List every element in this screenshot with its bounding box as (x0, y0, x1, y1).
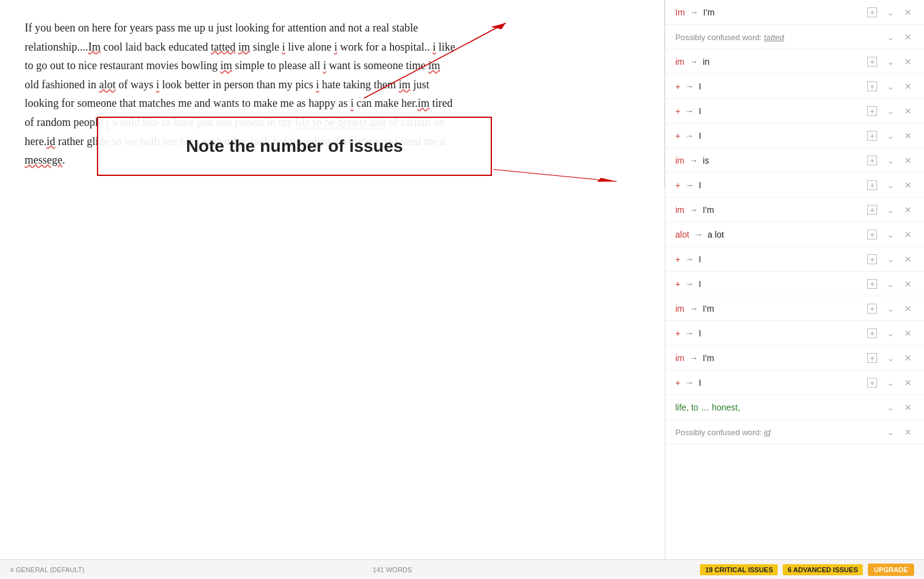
check-button[interactable]: ⌄ (884, 377, 897, 389)
old-word: im (675, 57, 685, 67)
correction-item-17[interactable]: life, to … honest, ⌄✕ (665, 395, 924, 420)
error-i5[interactable]: i (156, 78, 159, 91)
check-button[interactable]: ⌄ (884, 401, 897, 414)
error-tatted[interactable]: tatted (210, 41, 235, 53)
dismiss-button[interactable]: ✕ (902, 302, 914, 315)
add-button[interactable]: + (865, 6, 880, 19)
correction-item-4[interactable]: + → I +⌄✕ (665, 74, 924, 99)
svg-line-3 (493, 170, 617, 181)
correction-item-8[interactable]: + → I +⌄✕ (665, 173, 924, 198)
dismiss-button[interactable]: ✕ (902, 352, 914, 364)
add-button[interactable]: + (865, 80, 880, 93)
error-Im[interactable]: Im (88, 41, 101, 53)
error-im3[interactable]: im (428, 59, 440, 72)
upgrade-button[interactable]: UPGRADE (868, 564, 914, 576)
correction-item-11[interactable]: + → I +⌄✕ (665, 247, 924, 272)
add-button[interactable]: + (865, 327, 880, 339)
correction-actions: +⌄✕ (865, 228, 914, 241)
check-button[interactable]: ⌄ (884, 327, 897, 339)
correction-item-6[interactable]: + → I +⌄✕ (665, 123, 924, 148)
error-i7[interactable]: i (351, 97, 354, 109)
dismiss-button[interactable]: ✕ (902, 56, 914, 68)
dismiss-button[interactable]: ✕ (902, 179, 914, 191)
error-messege[interactable]: messege (25, 154, 62, 166)
dismiss-button[interactable]: ✕ (902, 426, 914, 438)
correction-item-2[interactable]: Possibly confused word: tatted ⌄✕ (665, 25, 924, 49)
correction-item-13[interactable]: im → I'm +⌄✕ (665, 296, 924, 321)
check-button[interactable]: ⌄ (884, 56, 897, 68)
check-button[interactable]: ⌄ (884, 154, 897, 167)
dismiss-button[interactable]: ✕ (902, 228, 914, 241)
correction-item-5[interactable]: + → I +⌄✕ (665, 99, 924, 123)
check-button[interactable]: ⌄ (884, 204, 897, 216)
add-button[interactable]: + (865, 105, 880, 117)
check-button[interactable]: ⌄ (884, 130, 897, 142)
add-button[interactable]: + (865, 154, 880, 167)
check-button[interactable]: ⌄ (884, 179, 897, 191)
add-button[interactable]: + (865, 56, 880, 68)
correction-text: + → I (675, 180, 865, 190)
dismiss-button[interactable]: ✕ (902, 6, 914, 19)
dismiss-button[interactable]: ✕ (902, 31, 914, 43)
check-button[interactable]: ⌄ (884, 426, 897, 438)
dismiss-button[interactable]: ✕ (902, 130, 914, 142)
check-button[interactable]: ⌄ (884, 105, 897, 117)
error-im5[interactable]: im (418, 97, 430, 109)
error-i2[interactable]: i (334, 41, 337, 53)
correction-item-12[interactable]: + → I +⌄✕ (665, 272, 924, 296)
add-button[interactable]: + (865, 179, 880, 191)
error-i6[interactable]: i (316, 78, 319, 91)
dismiss-button[interactable]: ✕ (902, 204, 914, 216)
dismiss-button[interactable]: ✕ (902, 105, 914, 117)
error-im1[interactable]: im (238, 41, 250, 53)
error-i1[interactable]: i (282, 41, 285, 53)
add-icon: + (867, 279, 877, 289)
correction-item-14[interactable]: + → I +⌄✕ (665, 321, 924, 346)
error-alot[interactable]: alot (99, 78, 115, 91)
dismiss-button[interactable]: ✕ (902, 253, 914, 265)
correction-actions: +⌄✕ (865, 377, 914, 389)
dismiss-button[interactable]: ✕ (902, 377, 914, 389)
correction-actions: +⌄✕ (865, 56, 914, 68)
check-button[interactable]: ⌄ (884, 302, 897, 315)
correction-text: alot → a lot (675, 230, 865, 240)
add-button[interactable]: + (865, 352, 880, 364)
add-button[interactable]: + (865, 228, 880, 241)
add-button[interactable]: + (865, 253, 880, 265)
add-icon: + (867, 156, 877, 165)
left-panel-wrapper: If you been on here for years pass me up… (0, 0, 665, 559)
add-button[interactable]: + (865, 204, 880, 216)
correction-item-3[interactable]: im → in +⌄✕ (665, 49, 924, 74)
add-button[interactable]: + (865, 130, 880, 142)
dismiss-button[interactable]: ✕ (902, 401, 914, 414)
correction-item-7[interactable]: im → is +⌄✕ (665, 148, 924, 173)
error-im4[interactable]: im (399, 78, 410, 91)
correction-item-10[interactable]: alot → a lot +⌄✕ (665, 222, 924, 247)
correction-item-15[interactable]: im → I'm +⌄✕ (665, 346, 924, 370)
new-word: I'm (703, 7, 714, 17)
correction-item-9[interactable]: im → I'm +⌄✕ (665, 198, 924, 222)
check-button[interactable]: ⌄ (884, 352, 897, 364)
check-button[interactable]: ⌄ (884, 228, 897, 241)
dismiss-button[interactable]: ✕ (902, 278, 914, 290)
error-i3[interactable]: i (433, 41, 436, 53)
correction-item-18[interactable]: Possibly confused word: id ⌄✕ (665, 420, 924, 444)
error-id[interactable]: id (46, 135, 55, 148)
check-button[interactable]: ⌄ (884, 278, 897, 290)
dismiss-button[interactable]: ✕ (902, 154, 914, 167)
add-button[interactable]: + (865, 302, 880, 315)
error-i4[interactable]: i (323, 59, 326, 72)
check-button[interactable]: ⌄ (884, 6, 897, 19)
dismiss-button[interactable]: ✕ (902, 327, 914, 339)
check-button[interactable]: ⌄ (884, 253, 897, 265)
check-button[interactable]: ⌄ (884, 31, 897, 43)
new-word: I'm (703, 353, 714, 363)
add-button[interactable]: + (865, 278, 880, 290)
add-icon: + (867, 7, 877, 17)
add-button[interactable]: + (865, 377, 880, 389)
dismiss-button[interactable]: ✕ (902, 80, 914, 93)
correction-item-1[interactable]: Im → I'm +⌄✕ (665, 0, 924, 25)
check-button[interactable]: ⌄ (884, 80, 897, 93)
correction-item-16[interactable]: + → I +⌄✕ (665, 370, 924, 395)
error-im2[interactable]: im (220, 59, 232, 72)
